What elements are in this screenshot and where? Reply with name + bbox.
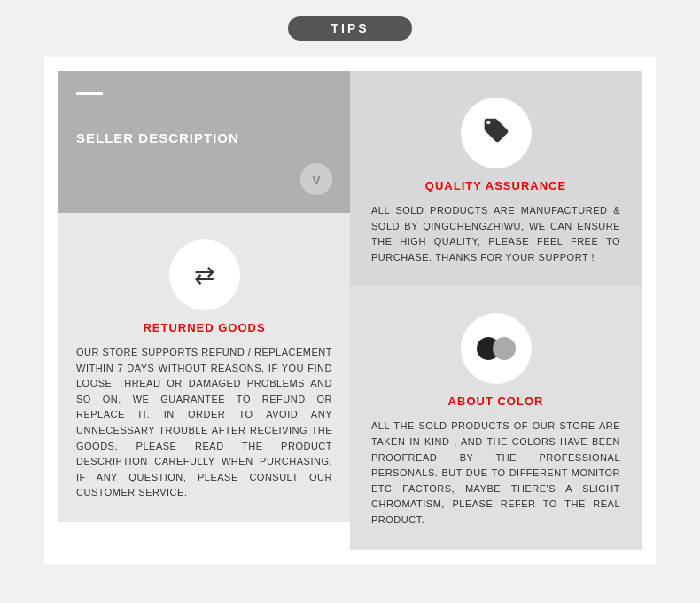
about-color-title: ABOUT COLOR	[371, 395, 620, 408]
v-label: V	[312, 172, 321, 187]
seller-description-title: SELLER DESCRIPTION	[76, 130, 332, 145]
content-grid: SELLER DESCRIPTION V ⇄ RETURNED GOODS OU…	[58, 71, 642, 550]
v-circle: V	[300, 163, 332, 195]
seller-dash-decoration	[76, 92, 103, 95]
color-icon-circle	[461, 313, 532, 384]
color-circles	[477, 337, 516, 360]
about-color-box: ABOUT COLOR ALL THE SOLD PRODUCTS OF OUR…	[350, 286, 642, 549]
repeat-icon: ⇄	[194, 261, 214, 290]
tips-label: TIPS	[288, 16, 411, 41]
tag-icon	[482, 116, 510, 151]
about-color-body: ALL THE SOLD PRODUCTS OF OUR STORE ARE T…	[371, 419, 620, 528]
returned-goods-body: OUR STORE SUPPORTS REFUND / REPLACEMENT …	[76, 345, 332, 501]
quality-assurance-title: QUALITY ASSURANCE	[371, 179, 620, 192]
main-container: SELLER DESCRIPTION V ⇄ RETURNED GOODS OU…	[44, 57, 656, 564]
circle-gray	[493, 337, 516, 360]
quality-icon-circle	[461, 98, 532, 168]
left-column: SELLER DESCRIPTION V ⇄ RETURNED GOODS OU…	[58, 71, 350, 550]
seller-description-box: SELLER DESCRIPTION V	[58, 71, 350, 213]
right-column: QUALITY ASSURANCE ALL SOLD PRODUCTS ARE …	[350, 71, 642, 550]
returned-goods-box: ⇄ RETURNED GOODS OUR STORE SUPPORTS REFU…	[58, 213, 350, 522]
returned-goods-title: RETURNED GOODS	[76, 321, 332, 334]
quality-assurance-box: QUALITY ASSURANCE ALL SOLD PRODUCTS ARE …	[350, 71, 642, 286]
tips-bar: TIPS	[0, 0, 700, 57]
returned-goods-icon-circle: ⇄	[169, 239, 240, 310]
quality-assurance-body: ALL SOLD PRODUCTS ARE MANUFACTURED & SOL…	[371, 203, 620, 265]
